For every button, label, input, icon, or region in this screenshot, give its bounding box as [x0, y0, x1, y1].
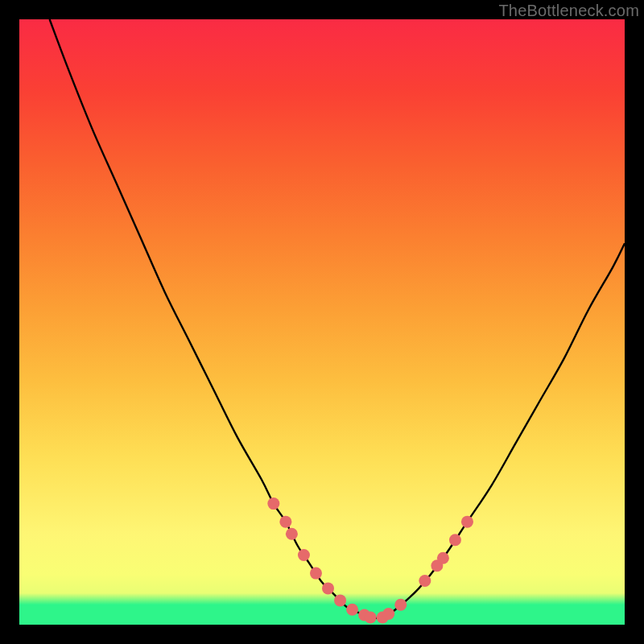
curve-dot	[382, 608, 394, 620]
bottleneck-curve	[50, 19, 625, 618]
curve-dot	[365, 611, 377, 623]
curve-dot	[461, 516, 473, 528]
watermark-text: TheBottleneck.com	[498, 2, 639, 20]
curve-dot	[394, 599, 407, 611]
chart-frame	[19, 19, 625, 625]
curve-dot	[346, 604, 358, 616]
curve-dot	[437, 552, 449, 564]
curve-dot	[310, 568, 322, 580]
chart-svg	[19, 19, 625, 625]
curve-dot	[267, 497, 279, 510]
curve-dot	[298, 549, 310, 561]
curve-dot	[279, 516, 291, 528]
curve-dot	[419, 575, 431, 587]
curve-dot	[334, 594, 346, 606]
curve-dot	[286, 528, 298, 540]
curve-dots	[267, 497, 473, 623]
curve-dot	[322, 582, 334, 594]
curve-dot	[449, 534, 461, 546]
